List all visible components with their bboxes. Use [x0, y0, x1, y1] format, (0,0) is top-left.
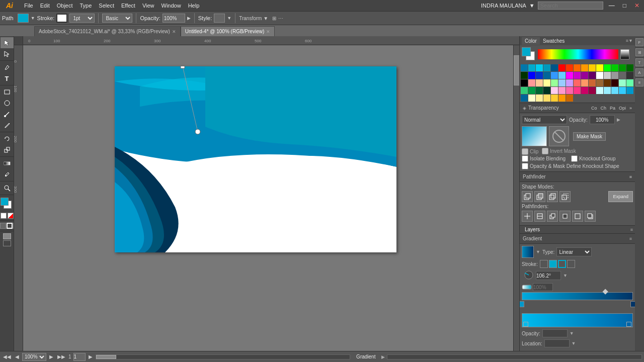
transparency-pa[interactable]: Pa — [610, 106, 615, 111]
eyedropper-tool[interactable] — [1, 169, 14, 180]
swatch[interactable] — [543, 79, 550, 86]
swatch[interactable] — [528, 95, 535, 102]
maximize-button[interactable]: □ — [620, 2, 629, 9]
gradient-stop-right[interactable] — [630, 301, 635, 307]
minus-front-btn[interactable] — [534, 191, 545, 202]
gradient-preview[interactable] — [522, 246, 534, 258]
swatch[interactable] — [589, 87, 596, 94]
scroll-thumb-h[interactable] — [96, 355, 116, 359]
swatch[interactable] — [521, 72, 528, 79]
align-btn[interactable]: ⊞ — [272, 16, 276, 21]
status-arrow[interactable]: ▶ — [381, 354, 385, 359]
swatch[interactable] — [604, 79, 611, 86]
swatch[interactable] — [551, 79, 558, 86]
layers-tab[interactable]: Layers — [522, 226, 543, 233]
swatch[interactable] — [611, 64, 618, 71]
stroke-arrow[interactable]: ▼ — [31, 16, 35, 21]
menu-view[interactable]: View — [139, 2, 157, 10]
swatch[interactable] — [551, 87, 558, 94]
zoom-tool[interactable] — [1, 183, 14, 194]
scrollbar-thumb-v[interactable] — [514, 55, 519, 85]
paintbrush-tool[interactable] — [1, 109, 14, 120]
color-spectrum[interactable] — [538, 49, 618, 59]
swatch[interactable] — [551, 72, 558, 79]
stroke-fill-icon[interactable] — [549, 260, 557, 268]
menu-object[interactable]: Object — [54, 2, 76, 10]
swatch[interactable] — [558, 64, 566, 71]
swatch[interactable] — [543, 64, 550, 71]
menu-help[interactable]: Help — [185, 2, 203, 10]
swatch[interactable] — [596, 72, 603, 79]
color-tab[interactable]: Color — [522, 37, 540, 45]
type-tool[interactable]: T — [1, 73, 14, 84]
minus-back-btn[interactable] — [585, 211, 596, 222]
stroke-none-icon[interactable] — [540, 260, 548, 268]
divide-btn[interactable] — [522, 211, 533, 222]
swatch[interactable] — [611, 79, 618, 86]
swatch[interactable] — [528, 64, 535, 71]
outer-btn-3[interactable]: T — [635, 58, 643, 66]
swatch[interactable] — [596, 64, 603, 71]
outline-btn[interactable] — [572, 211, 583, 222]
gradient-tool[interactable] — [1, 158, 14, 169]
minimize-button[interactable]: — — [606, 2, 617, 9]
trim-btn[interactable] — [534, 211, 545, 222]
swatch[interactable] — [528, 79, 535, 86]
gradient-opacity-field[interactable] — [542, 329, 568, 337]
swatch[interactable] — [619, 64, 626, 71]
opacity-arrow2[interactable]: ▼ — [570, 331, 574, 336]
nav-left[interactable]: ◀ — [14, 354, 20, 359]
thumbnail-preview[interactable] — [522, 126, 547, 146]
nav-prev[interactable]: ◀◀ — [2, 354, 12, 359]
gradient-menu[interactable]: ≡ — [629, 236, 632, 241]
nav-right[interactable]: ▶ — [48, 354, 54, 359]
swatch[interactable] — [626, 79, 633, 86]
opacity-arrow-btn[interactable]: ▶ — [617, 117, 620, 122]
swatch[interactable] — [543, 87, 550, 94]
transparency-expand[interactable]: » — [629, 106, 632, 111]
swatch[interactable] — [521, 87, 528, 94]
swatch[interactable] — [589, 64, 596, 71]
angle-input[interactable] — [536, 271, 561, 280]
color-panel-options[interactable]: ▼ — [628, 38, 633, 43]
swatch[interactable] — [574, 72, 581, 79]
stroke-weight-select[interactable]: 1pt2pt — [69, 14, 95, 23]
opacity-value-input[interactable] — [590, 115, 615, 124]
unite-btn[interactable] — [522, 191, 533, 202]
brightness-slider[interactable] — [620, 49, 629, 59]
stroke-more-icon[interactable] — [567, 260, 575, 268]
transparency-ch[interactable]: Ch — [600, 106, 606, 111]
swatch[interactable] — [604, 87, 611, 94]
transform-btn[interactable]: Transform ▼ — [239, 16, 268, 21]
swatch[interactable] — [536, 79, 543, 86]
angle-dropdown[interactable]: ▼ — [563, 273, 568, 278]
expand-button[interactable]: Expand — [608, 191, 633, 202]
swatch[interactable] — [551, 64, 558, 71]
stroke-stroke-icon[interactable] — [558, 260, 566, 268]
color-selector[interactable] — [1, 198, 14, 211]
scroll-track-h2[interactable] — [387, 354, 642, 359]
swatch[interactable] — [558, 87, 566, 94]
ellipse-tool[interactable] — [1, 98, 14, 109]
tab-untitled4[interactable]: Untitled-4* @ 100% (RGB/Preview) ✕ — [181, 26, 275, 36]
foreground-color-swatch[interactable] — [522, 47, 531, 56]
tab-untitled4-close[interactable]: ✕ — [266, 29, 270, 34]
swap-color-btn[interactable] — [8, 213, 14, 219]
swatch[interactable] — [596, 87, 603, 94]
make-mask-button[interactable]: Make Mask — [573, 132, 606, 141]
invert-mask-checkbox[interactable] — [542, 148, 548, 154]
swatch[interactable] — [521, 95, 528, 102]
swatch[interactable] — [558, 79, 566, 86]
gradient-location-field[interactable] — [544, 339, 570, 347]
nav-last[interactable]: ▶ — [88, 354, 94, 359]
fill-color-box[interactable] — [18, 14, 29, 23]
swatch[interactable] — [566, 72, 573, 79]
swatch[interactable] — [589, 79, 596, 86]
pencil-tool[interactable] — [1, 120, 14, 131]
isolate-blending-label[interactable]: Isolate Blending Knockout Group — [522, 155, 633, 162]
intersect-btn[interactable] — [547, 191, 558, 202]
swatch[interactable] — [589, 72, 596, 79]
fill-view-btn[interactable] — [0, 223, 6, 229]
opacity-input[interactable] — [163, 14, 185, 23]
swatch[interactable] — [566, 79, 573, 86]
